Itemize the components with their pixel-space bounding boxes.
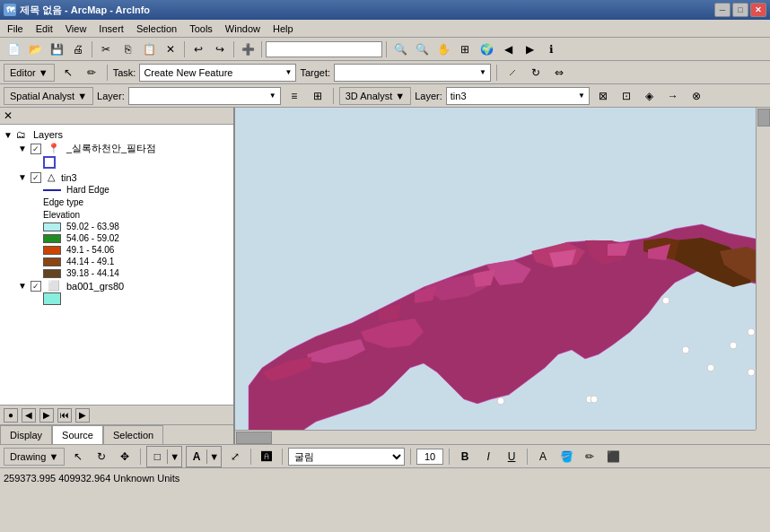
drawing-dropdown-btn[interactable]: Drawing ▼: [4, 448, 65, 466]
editor-dropdown-btn[interactable]: Editor ▼: [4, 64, 55, 82]
full-extent-button[interactable]: ⊞: [455, 39, 475, 59]
toc-header: ✕: [0, 108, 233, 125]
text-tool[interactable]: A: [187, 447, 206, 467]
edit-tool-btn[interactable]: ↖: [58, 63, 78, 83]
toc-close-icon[interactable]: ✕: [4, 109, 13, 122]
pan-button[interactable]: ✋: [433, 39, 453, 59]
shadow-btn[interactable]: ⬛: [603, 447, 623, 467]
3d-tool1[interactable]: ⊠: [593, 86, 613, 106]
scale-btn[interactable]: ⇔: [549, 63, 569, 83]
reshape-tool[interactable]: ⤢: [225, 447, 245, 467]
text-dropdown[interactable]: ▼: [206, 449, 221, 464]
close-button[interactable]: ✕: [750, 3, 766, 17]
layer3-expand[interactable]: ▼: [18, 281, 27, 291]
redo-button[interactable]: ↪: [210, 39, 230, 59]
sep4: [261, 41, 262, 57]
select-tool[interactable]: ↖: [68, 447, 88, 467]
toc-bottom-btn1[interactable]: ●: [4, 408, 18, 423]
minimize-button[interactable]: ─: [714, 3, 731, 17]
open-button[interactable]: 📂: [25, 39, 45, 59]
layer2-expand[interactable]: ▼: [18, 172, 27, 182]
map-area[interactable]: [235, 108, 770, 444]
rotate-btn[interactable]: ↻: [526, 63, 546, 83]
menu-view[interactable]: View: [60, 22, 92, 36]
3d-tool2[interactable]: ⊡: [617, 86, 636, 106]
window-controls[interactable]: ─ □ ✕: [714, 3, 766, 17]
font-color-btn[interactable]: A: [533, 447, 553, 467]
search-input[interactable]: [266, 41, 382, 57]
menu-edit[interactable]: Edit: [31, 22, 58, 36]
underline-btn[interactable]: U: [502, 447, 521, 467]
maximize-button[interactable]: □: [732, 3, 748, 17]
spatial-tool1[interactable]: ≡: [284, 86, 304, 106]
toc-bottom-btn5[interactable]: ▶: [75, 408, 90, 423]
symbol-btn[interactable]: 🅰: [257, 447, 276, 467]
font-select[interactable]: 굴림: [288, 448, 405, 466]
layer-3d-label: Layer:: [415, 91, 442, 101]
vscroll-thumb[interactable]: [757, 109, 770, 126]
analyst-3d-btn[interactable]: 3D Analyst ▼: [339, 87, 412, 105]
print-button[interactable]: 🖨: [68, 39, 88, 59]
cut-button[interactable]: ✂: [96, 39, 116, 59]
3d-tool3[interactable]: ◈: [640, 86, 660, 106]
adddata-button[interactable]: ➕: [238, 39, 258, 59]
tab-selection[interactable]: Selection: [103, 425, 163, 444]
sketch-tool-btn[interactable]: ✏: [82, 63, 101, 83]
sep-sa1: [333, 88, 334, 104]
toc-bottom-btn3[interactable]: ▶: [39, 408, 54, 423]
sketch-edit-btn[interactable]: ⟋: [503, 63, 522, 83]
spatial-tool2[interactable]: ⊞: [308, 86, 328, 106]
paste-button[interactable]: 📋: [139, 39, 159, 59]
menu-help[interactable]: Help: [267, 22, 299, 36]
tab-source[interactable]: Source: [52, 425, 103, 444]
menu-selection[interactable]: Selection: [131, 22, 182, 36]
task-dropdown[interactable]: Create New Feature ▼: [139, 64, 296, 82]
menu-tools[interactable]: Tools: [184, 22, 218, 36]
3d-tool5[interactable]: ⊗: [687, 86, 706, 106]
delete-button[interactable]: ✕: [161, 39, 180, 59]
globe-button[interactable]: 🌍: [477, 39, 496, 59]
font-size-input[interactable]: [416, 449, 443, 465]
layer2-checkbox[interactable]: [31, 172, 41, 183]
elevation-range-4: 39.18 - 44.14: [43, 267, 230, 279]
rotate-tool[interactable]: ↻: [92, 447, 111, 467]
layer-3d-dropdown[interactable]: tin3 ▼: [446, 87, 590, 105]
menu-window[interactable]: Window: [220, 22, 266, 36]
forward-button[interactable]: ▶: [520, 39, 539, 59]
layer1-expand[interactable]: ▼: [18, 144, 27, 153]
rect-tool[interactable]: □: [147, 447, 167, 467]
zoom-in-button[interactable]: 🔍: [390, 39, 410, 59]
drawing-toolbar: Drawing ▼ ↖ ↻ ✥ □ ▼ A ▼ ⤢ 🅰 굴림 B I U A 🪣…: [0, 444, 770, 467]
zoom-out-button[interactable]: 🔍: [412, 39, 432, 59]
layers-expand-icon[interactable]: ▼: [4, 130, 13, 140]
map-scrollbar-horizontal[interactable]: [235, 430, 756, 444]
hscroll-thumb[interactable]: [236, 432, 272, 444]
back-button[interactable]: ◀: [498, 39, 518, 59]
menu-insert[interactable]: Insert: [93, 22, 129, 36]
menu-file[interactable]: File: [2, 22, 29, 36]
rectangle-tool-group: □ ▼: [146, 446, 182, 467]
rect-dropdown[interactable]: ▼: [167, 449, 181, 464]
save-button[interactable]: 💾: [47, 39, 66, 59]
toc-bottom-btn2[interactable]: ◀: [22, 408, 36, 423]
toc-bottom-btn4[interactable]: ⏮: [57, 408, 72, 423]
italic-btn[interactable]: I: [478, 447, 498, 467]
line-color-btn[interactable]: ✏: [580, 447, 599, 467]
layer1-checkbox[interactable]: [31, 144, 41, 154]
3d-tool4[interactable]: →: [663, 86, 683, 106]
info-button[interactable]: ℹ: [541, 39, 561, 59]
move-tool[interactable]: ✥: [115, 447, 135, 467]
target-dropdown[interactable]: ▼: [334, 64, 491, 82]
spatial-layer-dropdown[interactable]: ▼: [128, 87, 281, 105]
fill-color-btn[interactable]: 🪣: [556, 447, 576, 467]
new-button[interactable]: 📄: [4, 39, 23, 59]
tab-display[interactable]: Display: [0, 425, 52, 444]
map-scrollbar-vertical[interactable]: [756, 108, 770, 430]
undo-button[interactable]: ↩: [188, 39, 208, 59]
bold-btn[interactable]: B: [455, 447, 475, 467]
layer3-checkbox[interactable]: [31, 281, 41, 292]
copy-button[interactable]: ⎘: [118, 39, 137, 59]
spatial-analyst-btn[interactable]: Spatial Analyst ▼: [4, 87, 93, 105]
toc-bottom-controls: ● ◀ ▶ ⏮ ▶: [0, 405, 233, 424]
elevation-label: Elevation: [43, 209, 230, 221]
